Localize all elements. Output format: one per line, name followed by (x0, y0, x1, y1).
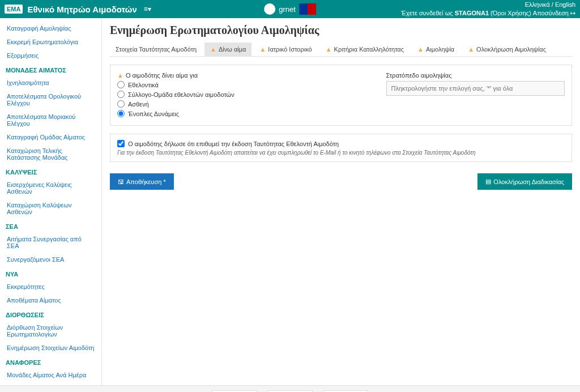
action-bar: 🖫 Αποθήκευση * ▤ Ολοκλήρωση Διαδικασίας (110, 173, 572, 190)
radio-input[interactable] (117, 110, 125, 117)
radio-label: Σύλλογο-Ομάδα εθελοντών αιμοδοτών (128, 91, 234, 98)
warning-icon: ▲ (117, 72, 123, 79)
tab[interactable]: ▲Δίνω αίμα (204, 42, 251, 56)
grnet-brand: grnet (279, 5, 296, 14)
session-prefix: Έχετε συνδεθεί ως (401, 10, 453, 16)
camp-column: Στρατόπεδο αιμοληψίας (386, 72, 565, 118)
sidebar-item[interactable]: Εξορμήσεις (0, 49, 101, 62)
main-content: Ενημέρωση Ερωτηματολογίου Αιμοληψίας Στο… (102, 18, 580, 385)
complete-icon: ▤ (485, 178, 491, 185)
sidebar-item[interactable]: Μονάδες Αίματος Ανά Ημέρα (0, 368, 101, 382)
question-label: Ο αιμοδότης δίνει αίμα για (126, 72, 198, 79)
sidebar-section-header: ΚΑΛΥΨΕΙΣ (0, 164, 101, 178)
warning-icon: ▲ (417, 46, 424, 53)
language-switch[interactable]: Ελληνικά / English (525, 1, 575, 8)
radio-label: Ασθενή (128, 101, 149, 108)
tab[interactable]: ▲Ολοκλήρωση Αιμοληψίας (462, 42, 552, 56)
consent-label: Ο αιμοδότης δήλωσε ότι επιθυμεί την έκδο… (128, 140, 339, 147)
sidebar-section-header: ΣΕΑ (0, 219, 101, 232)
tab[interactable]: Στοιχεία Ταυτότητας Αιμοδότη (110, 42, 202, 56)
session-user: STAGONA1 (455, 10, 489, 16)
radio-label: Εθελοντικά (128, 82, 159, 88)
tab-label: Κριτήρια Καταλληλότητας (334, 46, 404, 53)
sidebar-section-header: ΔΙΟΡΘΩΣΕΙΣ (0, 307, 101, 321)
sidebar-item[interactable]: Καταγραφή Αιμοληψίας (0, 22, 101, 35)
warning-icon: ▲ (468, 46, 474, 53)
warning-icon: ▲ (210, 46, 216, 53)
tab-list: Στοιχεία Ταυτότητας Αιμοδότη▲Δίνω αίμα▲Ι… (110, 42, 572, 57)
radio-input[interactable] (117, 91, 125, 98)
radio-option-row: Εθελοντικά (117, 80, 364, 90)
app-title: Εθνικό Μητρώο Αιμοδοτών (27, 5, 137, 14)
header-left: EMA Εθνικό Μητρώο Αιμοδοτών ≡▾ (5, 5, 151, 14)
camp-label: Στρατόπεδο αιμοληψίας (386, 72, 565, 79)
sidebar-item[interactable]: Εκκρεμότητες (0, 280, 101, 293)
save-label: Αποθήκευση * (126, 178, 166, 185)
radio-option-row: Ασθενή (117, 99, 364, 109)
sidebar-section-header: ΑΝΑΦΟΡΕΣ (0, 355, 101, 368)
tab-label: Αιμοληψία (426, 46, 454, 53)
consent-hint: Για την έκδοση Ταυτότητας Εθελοντή Αιμοδ… (117, 150, 565, 156)
menu-toggle-icon[interactable]: ≡▾ (144, 5, 151, 13)
complete-label: Ολοκλήρωση Διαδικασίας (493, 178, 564, 185)
sidebar-item[interactable]: Εκκρεμή Ερωτηματολόγια (0, 35, 101, 49)
radio-input[interactable] (117, 81, 125, 88)
sidebar-nav: Καταγραφή ΑιμοληψίαςΕκκρεμή Ερωτηματολόγ… (0, 18, 102, 385)
tab-label: Δίνω αίμα (219, 46, 246, 53)
camp-input[interactable] (386, 81, 565, 96)
consent-panel: Ο αιμοδότης δήλωσε ότι επιθυμεί την έκδο… (110, 134, 572, 162)
page-footer: Ευρωπαϊκή ΈνωσηΨηφιακή ΕλλάδαΕΣΠΑ Με τη … (0, 385, 580, 392)
app-header: EMA Εθνικό Μητρώο Αιμοδοτών ≡▾ grnet Ελλ… (0, 0, 580, 18)
partner-logo-1 (264, 3, 275, 15)
header-center-logos: grnet (264, 3, 316, 15)
sidebar-item[interactable]: Συνεργαζόμενοι ΣΕΑ (0, 253, 101, 266)
save-icon: 🖫 (118, 178, 124, 185)
sidebar-item[interactable]: Αιτήματα Συνεργασίας από ΣΕΑ (0, 232, 101, 253)
sidebar-item[interactable]: Ενημέρωση Στοιχείων Αιμοδότη (0, 341, 101, 355)
sidebar-item[interactable]: Διόρθωση Στοιχείων Ερωτηματολογίων (0, 321, 101, 341)
radio-option-row: Σύλλογο-Ομάδα εθελοντών αιμοδοτών (117, 90, 364, 99)
tab-label: Ιατρικό Ιστορικό (268, 46, 312, 53)
sidebar-item[interactable]: Ιχνηλασιμότητα (0, 76, 101, 90)
header-right: Ελληνικά / English Έχετε συνδεθεί ως STA… (401, 1, 575, 18)
tab-label: Στοιχεία Ταυτότητας Αιμοδότη (116, 46, 197, 53)
tab[interactable]: ▲Αιμοληψία (412, 42, 460, 56)
sidebar-item[interactable]: Αποτελέσματα Μοριακού Ελέγχου (0, 110, 101, 130)
sidebar-section-header: ΜΟΝΑΔΕΣ ΑΙΜΑΤΟΣ (0, 62, 101, 76)
tab[interactable]: ▲Κριτήρια Καταλληλότητας (320, 42, 410, 56)
session-role: (Όροι Χρήσης) (491, 10, 531, 16)
sidebar-item[interactable]: Αποθέματα Αίματος (0, 293, 101, 307)
radio-option-row: Ένοπλες Δυνάμεις (117, 109, 364, 118)
complete-button[interactable]: ▤ Ολοκλήρωση Διαδικασίας (477, 173, 572, 190)
tab[interactable]: ▲Ιατρικό Ιστορικό (254, 42, 317, 56)
app-logo: EMA (5, 5, 23, 14)
save-button[interactable]: 🖫 Αποθήκευση * (110, 173, 174, 190)
sidebar-item[interactable]: Αποτελέσματα Ορολογικού Ελέγχου (0, 90, 101, 110)
sidebar-item[interactable]: Καταχώριση Τελικής Κατάστασης Μονάδας (0, 144, 101, 164)
page-title: Ενημέρωση Ερωτηματολογίου Αιμοληψίας (110, 24, 572, 37)
question-panel: ▲ Ο αιμοδότης δίνει αίμα για ΕθελοντικάΣ… (110, 65, 572, 126)
question-label-row: ▲ Ο αιμοδότης δίνει αίμα για (117, 72, 364, 80)
logout-link[interactable]: Αποσύνδεση (533, 10, 569, 16)
consent-checkbox[interactable] (117, 140, 125, 147)
warning-icon: ▲ (326, 46, 332, 53)
sidebar-section-header: ΝΥΑ (0, 266, 101, 280)
warning-icon: ▲ (259, 46, 266, 53)
tab-label: Ολοκλήρωση Αιμοληψίας (476, 46, 546, 53)
sidebar-item[interactable]: Καταχώριση Καλύψεων Ασθενών (0, 198, 101, 219)
sidebar-item[interactable]: Καταγραφή Ομάδας Αίματος (0, 130, 101, 144)
partner-logo-2 (299, 3, 316, 15)
radio-label: Ένοπλες Δυνάμεις (128, 110, 179, 117)
radio-input[interactable] (117, 100, 125, 108)
sidebar-item[interactable]: Εισερχόμενες Καλύψεις Ασθενών (0, 178, 101, 198)
logout-icon: ↦ (570, 10, 575, 16)
